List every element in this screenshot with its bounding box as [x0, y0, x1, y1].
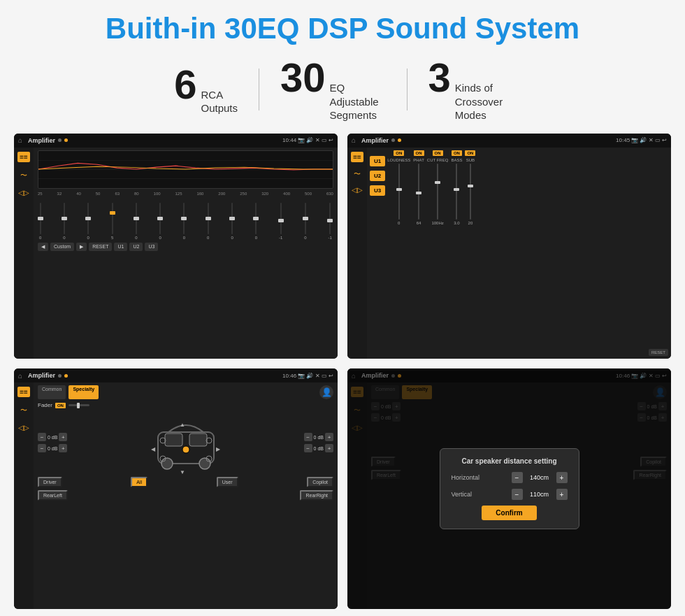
bass-slider[interactable]: [456, 164, 457, 220]
fader-on-badge[interactable]: ON: [55, 403, 66, 408]
btn-user[interactable]: User: [217, 477, 238, 487]
fader-track[interactable]: [68, 404, 89, 406]
eq-slider-track-6[interactable]: [159, 203, 161, 234]
fader-sidebar: ≡≡ 〜 ◁▷: [14, 382, 34, 609]
fader-h-slider: [68, 404, 89, 406]
eq-slider-track-8[interactable]: [208, 203, 209, 234]
cross-reset-btn[interactable]: RESET: [649, 349, 668, 356]
cross-u2-btn[interactable]: U2: [370, 171, 385, 181]
stat-text-rca: RCAOutputs: [201, 88, 238, 115]
fader-sidebar-wave-icon[interactable]: 〜: [20, 406, 27, 415]
loudness-slider[interactable]: [398, 164, 400, 220]
eq-u2-btn[interactable]: U2: [129, 243, 143, 251]
eq-slider-track-5[interactable]: [136, 203, 137, 234]
eq-slider-13: -1: [329, 203, 332, 240]
fader-time: 10:46: [282, 373, 296, 379]
db-minus-fr[interactable]: −: [304, 433, 312, 441]
eq-sidebar-vol-icon[interactable]: ◁▷: [18, 189, 29, 196]
fader-sidebar-eq-icon[interactable]: ≡≡: [17, 387, 30, 397]
svg-rect-5: [189, 434, 207, 446]
stat-number-crossover: 3: [428, 57, 451, 98]
btn-rearleft[interactable]: RearLeft: [38, 490, 68, 501]
fader-tabs: Common Specialty 👤: [38, 385, 333, 399]
db-control-rl: − 0 dB +: [38, 444, 67, 452]
horizontal-minus-btn[interactable]: −: [512, 472, 523, 483]
db-plus-fl[interactable]: +: [59, 433, 67, 441]
eq-slider-track-4[interactable]: [112, 203, 113, 234]
cross-u3-btn[interactable]: U3: [370, 185, 385, 196]
eq-slider-track-13[interactable]: [329, 203, 331, 234]
stat-text-eq: EQ AdjustableSegments: [330, 81, 386, 122]
cutfreq-thumb: [435, 181, 440, 184]
sub-slider[interactable]: [470, 164, 471, 220]
cutfreq-slider[interactable]: [437, 164, 438, 220]
fader-sidebar-vol-icon[interactable]: ◁▷: [18, 424, 29, 431]
phat-on-badge[interactable]: ON: [414, 150, 424, 156]
cross-sidebar-eq-icon[interactable]: ≡≡: [351, 152, 363, 162]
db-val-rr: 0 dB: [314, 446, 324, 451]
btn-rearright[interactable]: RearRight: [300, 490, 333, 501]
eq-slider-track-10[interactable]: [255, 203, 257, 234]
confirm-button[interactable]: Confirm: [482, 506, 536, 520]
eq-u3-btn[interactable]: U3: [145, 243, 158, 251]
eq-home-icon: ⌂: [18, 136, 22, 144]
db-minus-rl[interactable]: −: [38, 444, 46, 452]
db-plus-rr[interactable]: +: [325, 444, 333, 452]
btn-driver[interactable]: Driver: [38, 477, 62, 487]
eq-slider-track-9[interactable]: [231, 203, 233, 234]
db-plus-fr[interactable]: +: [325, 433, 333, 441]
phat-slider[interactable]: [418, 164, 419, 220]
horizontal-plus-btn[interactable]: +: [556, 472, 568, 483]
freq-80: 80: [134, 192, 139, 196]
eq-thumb-13: [327, 219, 333, 222]
btn-all[interactable]: All: [131, 477, 147, 487]
bass-on-badge[interactable]: ON: [452, 150, 462, 156]
db-val-rl: 0 dB: [48, 446, 57, 451]
eq-slider-track-2[interactable]: [64, 203, 65, 234]
eq-reset-btn[interactable]: RESET: [89, 243, 112, 251]
fader-bottom-buttons: Driver All User Copilot: [38, 477, 333, 487]
sub-on-badge[interactable]: ON: [465, 150, 475, 156]
eq-val-5: 0: [135, 236, 137, 240]
loudness-on-badge[interactable]: ON: [394, 150, 404, 156]
eq-slider-12: 0: [304, 203, 306, 240]
fader-thumb: [77, 403, 80, 408]
cross-status-dot2: [398, 138, 401, 142]
db-plus-rl[interactable]: +: [59, 444, 67, 452]
eq-slider-track-3[interactable]: [87, 203, 89, 234]
eq-play-btn[interactable]: ▶: [76, 243, 87, 251]
freq-32: 32: [57, 192, 62, 196]
vertical-minus-btn[interactable]: −: [512, 489, 523, 500]
sub-label: SUB: [466, 158, 475, 162]
cross-sidebar-wave-icon[interactable]: 〜: [354, 169, 361, 179]
cross-sidebar-vol-icon[interactable]: ◁▷: [352, 186, 363, 194]
eq-thumb-9: [229, 217, 235, 220]
eq-slider-track-7[interactable]: [183, 203, 185, 234]
eq-slider-track-12[interactable]: [305, 203, 306, 234]
eq-u1-btn[interactable]: U1: [114, 243, 127, 251]
bass-val: 3.0: [454, 221, 459, 225]
eq-slider-track-11[interactable]: [280, 203, 282, 234]
db-minus-rr[interactable]: −: [304, 444, 312, 452]
eq-custom-btn[interactable]: Custom: [50, 243, 74, 251]
eq-sidebar-eq-icon[interactable]: ≡≡: [17, 152, 30, 162]
stat-eq: 30 EQ AdjustableSegments: [259, 57, 407, 122]
db-minus-fl[interactable]: −: [38, 433, 46, 441]
tab-specialty[interactable]: Specialty: [68, 385, 99, 399]
eq-sidebar-wave-icon[interactable]: 〜: [20, 171, 27, 180]
channel-phat: ON PHAT 64: [413, 150, 424, 357]
tab-common[interactable]: Common: [38, 385, 66, 399]
vertical-plus-btn[interactable]: +: [556, 489, 568, 500]
eq-val-13: -1: [329, 236, 332, 240]
eq-thumb-4: [110, 211, 115, 215]
main-title: Buith-in 30EQ DSP Sound System: [106, 13, 579, 45]
cross-u1-btn[interactable]: U1: [370, 156, 385, 166]
eq-back-btn[interactable]: ◀: [38, 243, 48, 251]
screenshot-eq: ⌂ Amplifier 10:44 📷 🔊 ✕ ▭ ↩ ≡≡ 〜 ◁▷: [14, 134, 338, 359]
eq-slider-track-1[interactable]: [40, 203, 41, 234]
btn-copilot[interactable]: Copilot: [307, 477, 333, 487]
eq-thumb-1: [38, 217, 43, 220]
page-container: Buith-in 30EQ DSP Sound System 6 RCAOutp…: [0, 0, 685, 616]
cutfreq-on-badge[interactable]: ON: [433, 150, 443, 156]
eq-slider-11: -1: [279, 203, 282, 240]
